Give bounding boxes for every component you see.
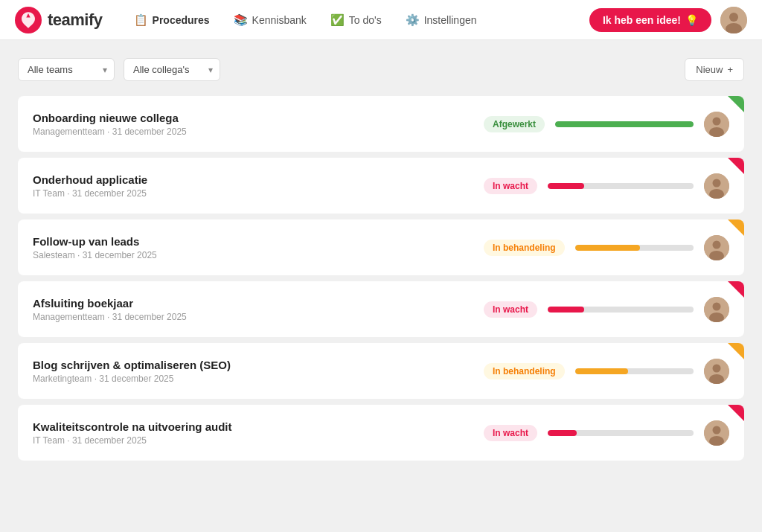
progress-bar-fill xyxy=(548,183,584,189)
idea-button-label: Ik heb een idee! xyxy=(603,14,681,26)
colleagues-filter-wrapper: Alle collega's xyxy=(124,58,220,81)
status-badge: In wacht xyxy=(484,425,537,441)
procedure-title: Kwaliteitscontrole na uitvoering audit xyxy=(33,420,484,433)
progress-area xyxy=(548,307,694,313)
avatar-image xyxy=(704,112,729,137)
avatar-image xyxy=(720,7,747,33)
nav-label-kennisbank: Kennisbank xyxy=(252,14,307,26)
progress-bar-fill xyxy=(555,121,694,127)
procedures-list: Onboarding nieuwe collega Managementteam… xyxy=(18,96,744,461)
idea-button[interactable]: Ik heb een idee! 💡 xyxy=(589,8,711,32)
progress-bar-fill xyxy=(575,368,629,374)
card-right: Afgewerkt xyxy=(484,112,729,137)
procedure-meta: Managementteam · 31 december 2025 xyxy=(33,126,484,137)
procedure-title: Onderhoud applicatie xyxy=(33,173,484,186)
procedure-card[interactable]: Onderhoud applicatie IT Team · 31 decemb… xyxy=(18,158,744,214)
nav-label-todos: To do's xyxy=(349,14,382,26)
procedure-title: Blog schrijven & optimaliseren (SEO) xyxy=(33,359,484,371)
procedure-card[interactable]: Blog schrijven & optimaliseren (SEO) Mar… xyxy=(18,343,744,399)
corner-indicator xyxy=(728,219,744,236)
nav-label-instellingen: Instellingen xyxy=(424,14,477,26)
status-badge: In wacht xyxy=(484,301,537,318)
new-button-label: Nieuw xyxy=(696,64,723,75)
procedure-card[interactable]: Kwaliteitscontrole na uitvoering audit I… xyxy=(18,405,744,461)
procedure-meta: Managementteam · 31 december 2025 xyxy=(33,312,484,322)
progress-area xyxy=(548,183,694,189)
procedure-meta: Marketingteam · 31 december 2025 xyxy=(33,374,484,384)
lightbulb-icon: 💡 xyxy=(685,14,698,26)
procedure-meta: IT Team · 31 december 2025 xyxy=(33,188,484,199)
card-left: Blog schrijven & optimaliseren (SEO) Mar… xyxy=(33,359,484,384)
svg-point-20 xyxy=(713,426,721,434)
header: teamify 📋 Procedures 📚 Kennisbank ✅ To d… xyxy=(0,0,762,40)
teams-filter[interactable]: Alle teams xyxy=(18,58,115,81)
card-avatar xyxy=(704,235,729,260)
todos-icon: ✅ xyxy=(330,13,345,27)
progress-bar-bg xyxy=(548,307,694,313)
main-nav: 📋 Procedures 📚 Kennisbank ✅ To do's ⚙️ I… xyxy=(124,9,589,31)
avatar-image xyxy=(704,173,729,199)
progress-bar-fill xyxy=(548,307,584,313)
progress-bar-bg xyxy=(548,183,694,189)
card-left: Follow-up van leads Salesteam · 31 decem… xyxy=(33,235,484,260)
status-badge: In behandeling xyxy=(484,240,565,256)
user-avatar[interactable] xyxy=(720,7,747,33)
nav-item-kennisbank[interactable]: 📚 Kennisbank xyxy=(223,9,317,31)
kennisbank-icon: 📚 xyxy=(234,13,248,27)
card-left: Onderhoud applicatie IT Team · 31 decemb… xyxy=(33,173,484,199)
corner-indicator xyxy=(728,281,744,298)
progress-bar-fill xyxy=(575,245,641,251)
colleagues-filter[interactable]: Alle collega's xyxy=(124,58,220,81)
procedure-meta: IT Team · 31 december 2025 xyxy=(33,435,484,446)
card-right: In behandeling xyxy=(484,235,729,260)
status-badge: Afgewerkt xyxy=(484,116,545,132)
avatar-image xyxy=(704,297,729,322)
procedure-title: Onboarding nieuwe collega xyxy=(33,112,484,124)
svg-point-11 xyxy=(713,240,721,249)
card-left: Kwaliteitscontrole na uitvoering audit I… xyxy=(33,420,484,446)
nav-label-procedures: Procedures xyxy=(153,14,210,26)
avatar-image xyxy=(704,235,729,260)
card-avatar xyxy=(704,173,729,199)
status-badge: In behandeling xyxy=(484,363,565,379)
card-left: Onboarding nieuwe collega Managementteam… xyxy=(33,112,484,137)
progress-area xyxy=(555,121,694,127)
progress-bar-bg xyxy=(575,245,694,251)
plus-icon: + xyxy=(727,64,733,75)
progress-bar-bg xyxy=(555,121,694,127)
logo-text: teamify xyxy=(48,10,103,30)
svg-point-14 xyxy=(713,302,721,310)
nav-item-todos[interactable]: ✅ To do's xyxy=(320,9,392,31)
status-badge: In wacht xyxy=(484,178,537,194)
main-content: Alle teams Alle collega's Nieuw + Onboar… xyxy=(0,40,762,461)
svg-point-2 xyxy=(729,13,738,22)
avatar-image xyxy=(704,359,729,384)
card-avatar xyxy=(704,359,729,384)
corner-indicator xyxy=(728,405,744,421)
corner-indicator xyxy=(728,96,744,112)
new-button[interactable]: Nieuw + xyxy=(685,58,744,81)
card-right: In behandeling xyxy=(484,359,729,384)
avatar-image xyxy=(704,420,729,446)
card-left: Afsluiting boekjaar Managementteam · 31 … xyxy=(33,297,484,322)
instellingen-icon: ⚙️ xyxy=(406,13,420,27)
progress-bar-fill xyxy=(548,430,577,436)
logo[interactable]: teamify xyxy=(15,7,103,33)
procedure-card[interactable]: Afsluiting boekjaar Managementteam · 31 … xyxy=(18,281,744,337)
progress-bar-bg xyxy=(548,430,694,436)
card-avatar xyxy=(704,112,729,137)
svg-point-8 xyxy=(713,179,721,187)
procedures-icon: 📋 xyxy=(134,13,148,27)
nav-item-procedures[interactable]: 📋 Procedures xyxy=(124,9,220,31)
procedure-card[interactable]: Onboarding nieuwe collega Managementteam… xyxy=(18,96,744,152)
card-avatar xyxy=(704,420,729,446)
teams-filter-wrapper: Alle teams xyxy=(18,58,115,81)
header-right: Ik heb een idee! 💡 xyxy=(589,7,747,33)
card-right: In wacht xyxy=(484,420,729,446)
nav-item-instellingen[interactable]: ⚙️ Instellingen xyxy=(395,9,487,31)
card-right: In wacht xyxy=(484,173,729,199)
card-avatar xyxy=(704,297,729,322)
procedure-card[interactable]: Follow-up van leads Salesteam · 31 decem… xyxy=(18,219,744,275)
procedure-meta: Salesteam · 31 december 2025 xyxy=(33,250,484,260)
procedure-title: Follow-up van leads xyxy=(33,235,484,248)
